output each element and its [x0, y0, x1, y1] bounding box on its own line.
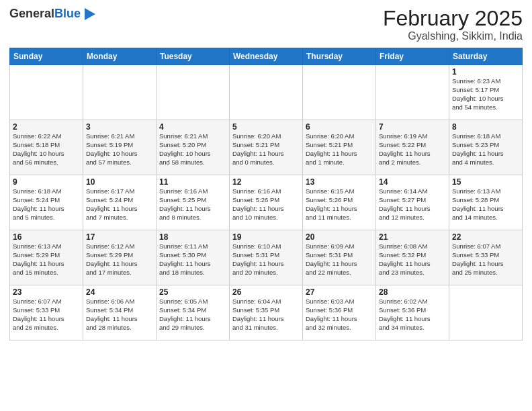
calendar-cell: 25Sunrise: 6:05 AM Sunset: 5:34 PM Dayli… — [157, 285, 230, 340]
weekday-header: Saturday — [449, 48, 523, 65]
day-info: Sunrise: 6:08 AM Sunset: 5:32 PM Dayligh… — [379, 242, 446, 277]
day-info: Sunrise: 6:15 AM Sunset: 5:26 PM Dayligh… — [306, 187, 373, 222]
day-number: 22 — [452, 232, 519, 242]
day-number: 23 — [13, 287, 80, 297]
calendar-cell: 15Sunrise: 6:13 AM Sunset: 5:28 PM Dayli… — [449, 175, 523, 230]
calendar-cell: 17Sunrise: 6:12 AM Sunset: 5:29 PM Dayli… — [83, 230, 157, 285]
day-info: Sunrise: 6:16 AM Sunset: 5:25 PM Dayligh… — [159, 187, 226, 222]
day-number: 4 — [159, 122, 226, 132]
day-info: Sunrise: 6:12 AM Sunset: 5:29 PM Dayligh… — [86, 242, 153, 277]
page-container: GeneralBlue February 2025 Gyalshing, Sik… — [0, 0, 532, 346]
calendar-cell — [10, 65, 83, 120]
day-info: Sunrise: 6:07 AM Sunset: 5:33 PM Dayligh… — [452, 242, 519, 277]
day-number: 16 — [13, 232, 80, 242]
day-info: Sunrise: 6:11 AM Sunset: 5:30 PM Dayligh… — [159, 242, 226, 277]
day-number: 3 — [86, 122, 153, 132]
calendar-cell: 19Sunrise: 6:10 AM Sunset: 5:31 PM Dayli… — [230, 230, 303, 285]
calendar-cell — [157, 65, 230, 120]
day-info: Sunrise: 6:18 AM Sunset: 5:24 PM Dayligh… — [13, 187, 80, 222]
calendar-cell: 18Sunrise: 6:11 AM Sunset: 5:30 PM Dayli… — [157, 230, 230, 285]
day-info: Sunrise: 6:21 AM Sunset: 5:20 PM Dayligh… — [159, 132, 226, 167]
day-info: Sunrise: 6:07 AM Sunset: 5:33 PM Dayligh… — [13, 298, 80, 332]
day-number: 2 — [13, 122, 80, 132]
day-info: Sunrise: 6:14 AM Sunset: 5:27 PM Dayligh… — [379, 187, 446, 222]
calendar-cell: 27Sunrise: 6:03 AM Sunset: 5:36 PM Dayli… — [303, 285, 376, 340]
day-info: Sunrise: 6:20 AM Sunset: 5:21 PM Dayligh… — [232, 132, 300, 167]
day-info: Sunrise: 6:06 AM Sunset: 5:34 PM Dayligh… — [86, 298, 153, 332]
day-number: 12 — [232, 177, 300, 187]
day-info: Sunrise: 6:23 AM Sunset: 5:17 PM Dayligh… — [452, 77, 519, 111]
calendar-week-row: 9Sunrise: 6:18 AM Sunset: 5:24 PM Daylig… — [10, 175, 523, 230]
calendar-cell: 24Sunrise: 6:06 AM Sunset: 5:34 PM Dayli… — [83, 285, 157, 340]
calendar-cell: 22Sunrise: 6:07 AM Sunset: 5:33 PM Dayli… — [449, 230, 523, 285]
day-info: Sunrise: 6:10 AM Sunset: 5:31 PM Dayligh… — [232, 242, 300, 277]
day-number: 9 — [13, 177, 80, 187]
calendar-week-row: 23Sunrise: 6:07 AM Sunset: 5:33 PM Dayli… — [10, 285, 523, 340]
logo: GeneralBlue — [9, 7, 97, 21]
calendar-cell: 21Sunrise: 6:08 AM Sunset: 5:32 PM Dayli… — [376, 230, 449, 285]
day-number: 8 — [452, 122, 519, 132]
calendar-table: SundayMondayTuesdayWednesdayThursdayFrid… — [9, 48, 523, 340]
location-title: Gyalshing, Sikkim, India — [383, 30, 523, 42]
calendar-cell: 1Sunrise: 6:23 AM Sunset: 5:17 PM Daylig… — [449, 65, 523, 120]
weekday-header: Sunday — [10, 48, 83, 65]
day-number: 10 — [86, 177, 153, 187]
weekday-header: Tuesday — [157, 48, 230, 65]
calendar-cell — [303, 65, 376, 120]
calendar-cell: 28Sunrise: 6:02 AM Sunset: 5:36 PM Dayli… — [376, 285, 449, 340]
calendar-cell: 26Sunrise: 6:04 AM Sunset: 5:35 PM Dayli… — [230, 285, 303, 340]
calendar-cell: 13Sunrise: 6:15 AM Sunset: 5:26 PM Dayli… — [303, 175, 376, 230]
calendar-cell: 8Sunrise: 6:18 AM Sunset: 5:23 PM Daylig… — [449, 120, 523, 175]
day-info: Sunrise: 6:13 AM Sunset: 5:28 PM Dayligh… — [452, 187, 519, 222]
day-number: 11 — [159, 177, 226, 187]
day-info: Sunrise: 6:03 AM Sunset: 5:36 PM Dayligh… — [306, 298, 373, 332]
weekday-header: Friday — [376, 48, 449, 65]
calendar-cell — [230, 65, 303, 120]
weekday-header: Thursday — [303, 48, 376, 65]
calendar-cell — [449, 285, 523, 340]
day-number: 13 — [306, 177, 373, 187]
calendar-cell: 14Sunrise: 6:14 AM Sunset: 5:27 PM Dayli… — [376, 175, 449, 230]
day-info: Sunrise: 6:20 AM Sunset: 5:21 PM Dayligh… — [306, 132, 373, 167]
day-number: 14 — [379, 177, 446, 187]
day-info: Sunrise: 6:13 AM Sunset: 5:29 PM Dayligh… — [13, 242, 80, 277]
day-number: 5 — [232, 122, 300, 132]
calendar-week-row: 1Sunrise: 6:23 AM Sunset: 5:17 PM Daylig… — [10, 65, 523, 120]
calendar-cell: 23Sunrise: 6:07 AM Sunset: 5:33 PM Dayli… — [10, 285, 83, 340]
calendar-cell — [376, 65, 449, 120]
logo-icon — [82, 7, 97, 21]
day-number: 7 — [379, 122, 446, 132]
day-info: Sunrise: 6:02 AM Sunset: 5:36 PM Dayligh… — [379, 298, 446, 332]
day-number: 19 — [232, 232, 300, 242]
calendar-cell: 11Sunrise: 6:16 AM Sunset: 5:25 PM Dayli… — [157, 175, 230, 230]
day-number: 25 — [159, 287, 226, 297]
calendar-cell: 20Sunrise: 6:09 AM Sunset: 5:31 PM Dayli… — [303, 230, 376, 285]
day-number: 24 — [86, 287, 153, 297]
day-number: 20 — [306, 232, 373, 242]
logo-general: General — [9, 7, 54, 20]
day-info: Sunrise: 6:17 AM Sunset: 5:24 PM Dayligh… — [86, 187, 153, 222]
day-number: 27 — [306, 287, 373, 297]
day-number: 21 — [379, 232, 446, 242]
calendar-cell: 5Sunrise: 6:20 AM Sunset: 5:21 PM Daylig… — [230, 120, 303, 175]
day-number: 1 — [452, 67, 519, 77]
weekday-header: Monday — [83, 48, 157, 65]
calendar-week-row: 2Sunrise: 6:22 AM Sunset: 5:18 PM Daylig… — [10, 120, 523, 175]
calendar-cell: 6Sunrise: 6:20 AM Sunset: 5:21 PM Daylig… — [303, 120, 376, 175]
day-info: Sunrise: 6:18 AM Sunset: 5:23 PM Dayligh… — [452, 132, 519, 167]
calendar-cell: 16Sunrise: 6:13 AM Sunset: 5:29 PM Dayli… — [10, 230, 83, 285]
day-number: 15 — [452, 177, 519, 187]
calendar-cell: 10Sunrise: 6:17 AM Sunset: 5:24 PM Dayli… — [83, 175, 157, 230]
calendar-cell: 2Sunrise: 6:22 AM Sunset: 5:18 PM Daylig… — [10, 120, 83, 175]
calendar-cell: 7Sunrise: 6:19 AM Sunset: 5:22 PM Daylig… — [376, 120, 449, 175]
day-info: Sunrise: 6:16 AM Sunset: 5:26 PM Dayligh… — [232, 187, 300, 222]
day-info: Sunrise: 6:19 AM Sunset: 5:22 PM Dayligh… — [379, 132, 446, 167]
calendar-cell: 12Sunrise: 6:16 AM Sunset: 5:26 PM Dayli… — [230, 175, 303, 230]
weekday-header: Wednesday — [230, 48, 303, 65]
calendar-cell: 4Sunrise: 6:21 AM Sunset: 5:20 PM Daylig… — [157, 120, 230, 175]
logo-blue-text: Blue — [54, 7, 81, 20]
title-block: February 2025 Gyalshing, Sikkim, India — [383, 7, 523, 42]
day-number: 6 — [306, 122, 373, 132]
day-info: Sunrise: 6:09 AM Sunset: 5:31 PM Dayligh… — [306, 242, 373, 277]
month-title: February 2025 — [383, 7, 523, 30]
